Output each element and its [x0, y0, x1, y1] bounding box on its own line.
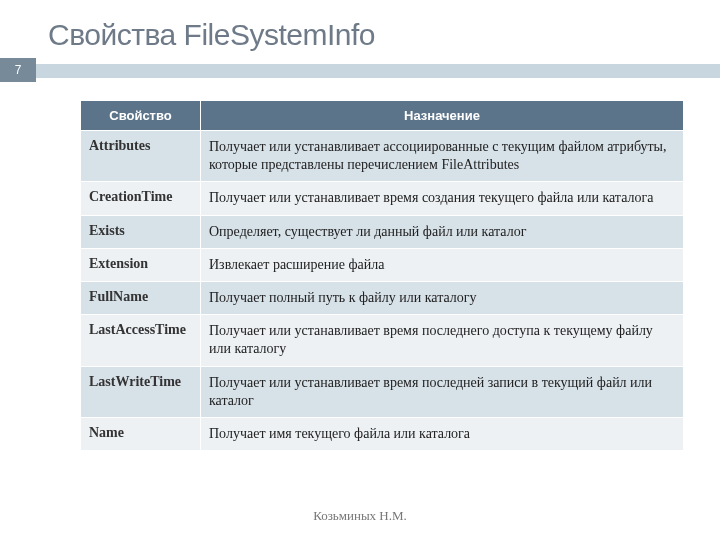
prop-name: LastWriteTime [81, 366, 201, 417]
table-row: Exists Определяет, существует ли данный … [81, 215, 684, 248]
table-row: CreationTime Получает или устанавливает … [81, 182, 684, 215]
properties-table: Свойство Назначение Attributes Получает … [80, 100, 684, 451]
prop-desc: Получает имя текущего файла или каталога [201, 417, 684, 450]
page-number-badge: 7 [0, 58, 36, 82]
prop-desc: Определяет, существует ли данный файл ил… [201, 215, 684, 248]
table-row: FullName Получает полный путь к файлу ил… [81, 281, 684, 314]
footer-author: Козьминых Н.М. [0, 508, 720, 524]
prop-name: Attributes [81, 131, 201, 182]
table-header-row: Свойство Назначение [81, 101, 684, 131]
prop-name: FullName [81, 281, 201, 314]
table-row: Extension Извлекает расширение файла [81, 248, 684, 281]
prop-desc: Извлекает расширение файла [201, 248, 684, 281]
table-container: Свойство Назначение Attributes Получает … [0, 78, 720, 451]
header-purpose: Назначение [201, 101, 684, 131]
table-row: Attributes Получает или устанавливает ас… [81, 131, 684, 182]
prop-name: LastAccessTime [81, 315, 201, 366]
table-row: LastAccessTime Получает или устанавливае… [81, 315, 684, 366]
table-row: Name Получает имя текущего файла или кат… [81, 417, 684, 450]
header-property: Свойство [81, 101, 201, 131]
prop-desc: Получает полный путь к файлу или каталог… [201, 281, 684, 314]
prop-name: CreationTime [81, 182, 201, 215]
prop-name: Extension [81, 248, 201, 281]
prop-name: Exists [81, 215, 201, 248]
accent-bar: 7 [0, 64, 720, 78]
prop-desc: Получает или устанавливает время последн… [201, 366, 684, 417]
prop-desc: Получает или устанавливает время создани… [201, 182, 684, 215]
table-row: LastWriteTime Получает или устанавливает… [81, 366, 684, 417]
prop-desc: Получает или устанавливает ассоциированн… [201, 131, 684, 182]
prop-name: Name [81, 417, 201, 450]
slide-title: Свойства FileSystemInfo [0, 0, 720, 64]
prop-desc: Получает или устанавливает время последн… [201, 315, 684, 366]
